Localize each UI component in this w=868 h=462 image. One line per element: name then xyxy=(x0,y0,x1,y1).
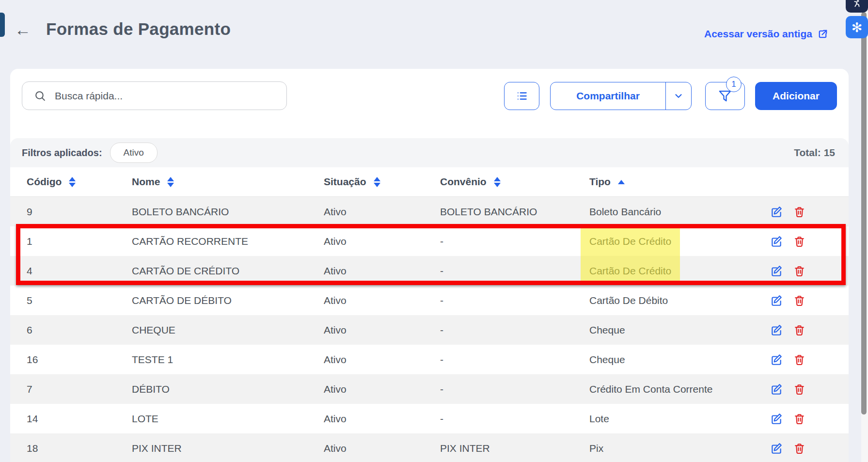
edit-pencil-icon xyxy=(770,324,783,336)
table-row[interactable]: 1 CARTÃO RECORRENTE Ativo - Cartão De Cr… xyxy=(10,226,849,256)
search-input[interactable] xyxy=(54,90,286,102)
filter-button[interactable]: 1 xyxy=(705,82,745,110)
delete-button[interactable] xyxy=(793,324,805,336)
sort-icon[interactable] xyxy=(69,177,76,187)
cell-convenio: - xyxy=(440,383,589,395)
delete-button[interactable] xyxy=(793,235,805,247)
sort-icon[interactable] xyxy=(494,177,501,187)
column-header[interactable]: Código xyxy=(10,176,132,188)
column-header-label: Tipo xyxy=(589,176,611,188)
edit-pencil-icon xyxy=(770,265,783,277)
edit-button[interactable] xyxy=(770,324,783,336)
cell-codigo: 16 xyxy=(10,354,132,366)
delete-button[interactable] xyxy=(793,442,805,454)
trash-icon xyxy=(793,442,805,454)
sort-icon[interactable] xyxy=(167,177,174,187)
delete-button[interactable] xyxy=(793,265,805,277)
table-row[interactable]: 7 DÉBITO Ativo - Crédito Em Conta Corren… xyxy=(10,374,849,404)
cell-convenio: - xyxy=(440,413,589,425)
cell-situacao: Ativo xyxy=(324,295,440,306)
back-button[interactable]: ← xyxy=(15,21,31,38)
browser-extension-icon[interactable] xyxy=(846,0,868,13)
edit-button[interactable] xyxy=(770,383,783,396)
cell-convenio: - xyxy=(440,295,589,306)
cell-codigo: 4 xyxy=(10,265,132,277)
delete-button[interactable] xyxy=(793,413,805,425)
openai-logo-icon: ✻ xyxy=(852,21,863,34)
column-header-label: Nome xyxy=(132,176,160,188)
delete-button[interactable] xyxy=(793,383,805,395)
cell-situacao: Ativo xyxy=(324,443,440,454)
trash-icon xyxy=(793,324,805,336)
column-header[interactable]: Tipo xyxy=(589,176,757,188)
old-version-link-label: Acessar versão antiga xyxy=(704,28,812,40)
cell-nome: CARTÃO DE DÉBITO xyxy=(132,295,324,306)
quick-search[interactable] xyxy=(22,81,287,110)
cell-codigo: 9 xyxy=(10,206,132,218)
old-version-link[interactable]: Acessar versão antiga xyxy=(704,28,828,40)
table-row[interactable]: 18 PIX INTER Ativo PIX INTER Pix xyxy=(10,433,849,462)
trash-icon xyxy=(793,383,805,395)
edit-button[interactable] xyxy=(770,265,783,277)
table-body: 9 BOLETO BANCÁRIO Ativo BOLETO BANCÁRIO … xyxy=(10,197,849,462)
cell-convenio: - xyxy=(440,236,589,247)
column-header[interactable]: Convênio xyxy=(440,176,589,188)
edit-button[interactable] xyxy=(770,442,783,455)
table-row[interactable]: 14 LOTE Ativo - Lote xyxy=(10,404,849,433)
cell-situacao: Ativo xyxy=(324,236,440,247)
edit-pencil-icon xyxy=(770,235,783,248)
edit-button[interactable] xyxy=(770,353,783,366)
cell-codigo: 5 xyxy=(10,295,132,306)
table-row[interactable]: 4 CARTÃO DE CRÉDITO Ativo - Cartão De Cr… xyxy=(10,256,849,286)
table-row[interactable]: 16 TESTE 1 Ativo - Cheque xyxy=(10,345,849,374)
cell-codigo: 14 xyxy=(10,413,132,425)
cell-convenio: PIX INTER xyxy=(440,443,589,454)
share-button[interactable]: Compartilhar xyxy=(551,82,665,110)
scrollbar-thumb[interactable] xyxy=(861,12,867,414)
edit-button[interactable] xyxy=(770,206,783,218)
delete-button[interactable] xyxy=(793,353,805,366)
column-header[interactable]: Situação xyxy=(324,176,440,188)
chatgpt-extension-icon[interactable]: ✻ xyxy=(846,16,868,38)
filter-chip-ativo[interactable]: Ativo xyxy=(110,143,158,163)
edit-button[interactable] xyxy=(770,294,783,307)
trash-icon xyxy=(793,294,805,306)
applied-filters-bar: Filtros aplicados: Ativo Total: 15 xyxy=(10,138,849,167)
cell-nome: DÉBITO xyxy=(132,383,324,395)
external-link-icon xyxy=(817,29,828,40)
cell-convenio: BOLETO BANCÁRIO xyxy=(440,206,589,218)
sort-icon[interactable] xyxy=(618,180,625,184)
page-title: Formas de Pagamento xyxy=(46,19,231,39)
cell-nome: CARTÃO DE CRÉDITO xyxy=(132,265,324,277)
add-button[interactable]: Adicionar xyxy=(755,82,837,110)
cell-situacao: Ativo xyxy=(324,354,440,366)
share-split-button: Compartilhar xyxy=(550,82,692,110)
edit-pencil-icon xyxy=(770,294,783,307)
edit-pencil-icon xyxy=(770,206,783,218)
edit-button[interactable] xyxy=(770,235,783,248)
applied-filters-label: Filtros aplicados: xyxy=(22,147,102,159)
sort-icon[interactable] xyxy=(374,177,380,187)
share-dropdown-button[interactable] xyxy=(665,82,691,110)
delete-button[interactable] xyxy=(793,294,805,306)
left-edge-tab xyxy=(0,13,5,37)
table-row[interactable]: 9 BOLETO BANCÁRIO Ativo BOLETO BANCÁRIO … xyxy=(10,197,849,226)
table-row[interactable]: 6 CHEQUE Ativo - Cheque xyxy=(10,315,849,345)
cell-situacao: Ativo xyxy=(324,383,440,395)
cell-nome: TESTE 1 xyxy=(132,354,324,366)
cell-tipo: Cartão De Crédito xyxy=(589,265,757,277)
cell-tipo: Boleto Bancário xyxy=(589,206,757,218)
filter-count-badge: 1 xyxy=(726,77,742,92)
cell-tipo: Crédito Em Conta Corrente xyxy=(589,383,757,395)
list-view-button[interactable] xyxy=(504,82,539,110)
column-header[interactable]: Nome xyxy=(132,176,324,188)
trash-icon xyxy=(793,353,805,366)
list-icon xyxy=(516,90,528,102)
edit-button[interactable] xyxy=(770,413,783,425)
trash-icon xyxy=(793,265,805,277)
table-row[interactable]: 5 CARTÃO DE DÉBITO Ativo - Cartão De Déb… xyxy=(10,286,849,315)
column-header-label: Convênio xyxy=(440,176,487,188)
delete-button[interactable] xyxy=(793,206,805,218)
cell-situacao: Ativo xyxy=(324,265,440,277)
chevron-down-icon xyxy=(673,91,684,101)
